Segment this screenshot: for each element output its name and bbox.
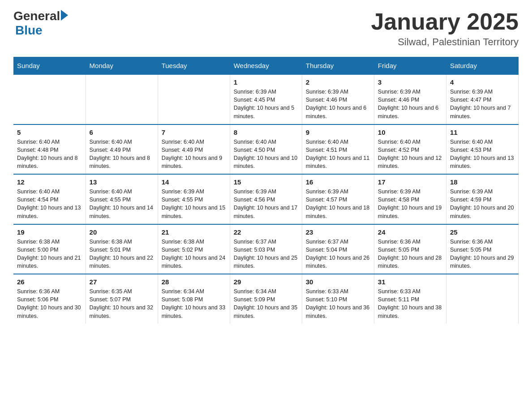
title-area: January 2025 Silwad, Palestinian Territo… — [371, 9, 519, 48]
table-row: 5Sunrise: 6:40 AMSunset: 4:48 PMDaylight… — [13, 124, 86, 175]
day-info: Sunrise: 6:34 AMSunset: 5:08 PMDaylight:… — [162, 287, 226, 320]
day-info: Sunrise: 6:38 AMSunset: 5:00 PMDaylight:… — [17, 238, 82, 270]
calendar-week-row: 5Sunrise: 6:40 AMSunset: 4:48 PMDaylight… — [13, 124, 519, 175]
table-row: 30Sunrise: 6:33 AMSunset: 5:10 PMDayligh… — [302, 274, 374, 324]
day-info: Sunrise: 6:39 AMSunset: 4:46 PMDaylight:… — [378, 88, 442, 120]
header-row: Sunday Monday Tuesday Wednesday Thursday… — [13, 57, 519, 75]
day-number: 20 — [90, 228, 154, 236]
day-info: Sunrise: 6:39 AMSunset: 4:57 PMDaylight:… — [306, 188, 370, 220]
day-number: 21 — [162, 228, 226, 236]
day-number: 3 — [378, 78, 442, 86]
logo-arrow-icon — [61, 10, 68, 21]
table-row: 14Sunrise: 6:39 AMSunset: 4:55 PMDayligh… — [158, 174, 230, 224]
day-number: 8 — [234, 128, 298, 136]
day-info: Sunrise: 6:39 AMSunset: 4:47 PMDaylight:… — [450, 88, 515, 120]
day-number: 24 — [378, 228, 442, 236]
calendar-week-row: 19Sunrise: 6:38 AMSunset: 5:00 PMDayligh… — [13, 224, 519, 274]
table-row: 22Sunrise: 6:37 AMSunset: 5:03 PMDayligh… — [230, 224, 302, 274]
day-number: 19 — [17, 228, 82, 236]
table-row: 28Sunrise: 6:34 AMSunset: 5:08 PMDayligh… — [158, 274, 230, 324]
table-row — [158, 74, 230, 124]
day-info: Sunrise: 6:38 AMSunset: 5:01 PMDaylight:… — [90, 238, 154, 270]
table-row: 2Sunrise: 6:39 AMSunset: 4:46 PMDaylight… — [302, 74, 374, 124]
day-info: Sunrise: 6:36 AMSunset: 5:05 PMDaylight:… — [378, 238, 442, 270]
day-info: Sunrise: 6:36 AMSunset: 5:05 PMDaylight:… — [450, 238, 515, 270]
logo-blue-text: Blue — [15, 23, 68, 38]
col-saturday: Saturday — [446, 57, 518, 75]
logo-general-text: General — [13, 9, 60, 23]
table-row: 12Sunrise: 6:40 AMSunset: 4:54 PMDayligh… — [13, 174, 86, 224]
day-number: 30 — [306, 278, 370, 286]
day-number: 7 — [162, 128, 226, 136]
day-number: 17 — [378, 178, 442, 186]
day-number: 12 — [17, 178, 82, 186]
day-number: 14 — [162, 178, 226, 186]
col-thursday: Thursday — [302, 57, 374, 75]
table-row: 1Sunrise: 6:39 AMSunset: 4:45 PMDaylight… — [230, 74, 302, 124]
day-number: 28 — [162, 278, 226, 286]
table-row: 29Sunrise: 6:34 AMSunset: 5:09 PMDayligh… — [230, 274, 302, 324]
table-row: 21Sunrise: 6:38 AMSunset: 5:02 PMDayligh… — [158, 224, 230, 274]
calendar-week-row: 12Sunrise: 6:40 AMSunset: 4:54 PMDayligh… — [13, 174, 519, 224]
day-info: Sunrise: 6:39 AMSunset: 4:59 PMDaylight:… — [450, 188, 515, 220]
table-row — [446, 274, 518, 324]
day-number: 9 — [306, 128, 370, 136]
table-row — [13, 74, 86, 124]
day-info: Sunrise: 6:40 AMSunset: 4:54 PMDaylight:… — [17, 188, 82, 220]
day-info: Sunrise: 6:38 AMSunset: 5:02 PMDaylight:… — [162, 238, 226, 270]
calendar-week-row: 26Sunrise: 6:36 AMSunset: 5:06 PMDayligh… — [13, 274, 519, 324]
day-number: 10 — [378, 128, 442, 136]
table-row: 7Sunrise: 6:40 AMSunset: 4:49 PMDaylight… — [158, 124, 230, 175]
table-row: 4Sunrise: 6:39 AMSunset: 4:47 PMDaylight… — [446, 74, 518, 124]
table-row: 25Sunrise: 6:36 AMSunset: 5:05 PMDayligh… — [446, 224, 518, 274]
day-number: 15 — [234, 178, 298, 186]
table-row: 26Sunrise: 6:36 AMSunset: 5:06 PMDayligh… — [13, 274, 86, 324]
day-info: Sunrise: 6:39 AMSunset: 4:58 PMDaylight:… — [378, 188, 442, 220]
table-row — [86, 74, 158, 124]
day-info: Sunrise: 6:40 AMSunset: 4:49 PMDaylight:… — [90, 138, 154, 171]
day-info: Sunrise: 6:33 AMSunset: 5:11 PMDaylight:… — [378, 287, 442, 320]
day-info: Sunrise: 6:35 AMSunset: 5:07 PMDaylight:… — [90, 287, 154, 320]
day-info: Sunrise: 6:40 AMSunset: 4:49 PMDaylight:… — [162, 138, 226, 171]
day-number: 4 — [450, 78, 515, 86]
calendar-week-row: 1Sunrise: 6:39 AMSunset: 4:45 PMDaylight… — [13, 74, 519, 124]
day-info: Sunrise: 6:39 AMSunset: 4:45 PMDaylight:… — [234, 88, 298, 120]
day-info: Sunrise: 6:40 AMSunset: 4:48 PMDaylight:… — [17, 138, 82, 171]
calendar-body: 1Sunrise: 6:39 AMSunset: 4:45 PMDaylight… — [13, 74, 519, 324]
day-info: Sunrise: 6:39 AMSunset: 4:55 PMDaylight:… — [162, 188, 226, 220]
day-number: 27 — [90, 278, 154, 286]
table-row: 11Sunrise: 6:40 AMSunset: 4:53 PMDayligh… — [446, 124, 518, 175]
table-row: 16Sunrise: 6:39 AMSunset: 4:57 PMDayligh… — [302, 174, 374, 224]
day-number: 29 — [234, 278, 298, 286]
day-info: Sunrise: 6:40 AMSunset: 4:55 PMDaylight:… — [90, 188, 154, 220]
table-row: 27Sunrise: 6:35 AMSunset: 5:07 PMDayligh… — [86, 274, 158, 324]
day-info: Sunrise: 6:34 AMSunset: 5:09 PMDaylight:… — [234, 287, 298, 320]
day-number: 6 — [90, 128, 154, 136]
col-wednesday: Wednesday — [230, 57, 302, 75]
day-number: 22 — [234, 228, 298, 236]
day-number: 25 — [450, 228, 515, 236]
day-info: Sunrise: 6:40 AMSunset: 4:50 PMDaylight:… — [234, 138, 298, 171]
day-number: 23 — [306, 228, 370, 236]
day-number: 31 — [378, 278, 442, 286]
day-number: 1 — [234, 78, 298, 86]
calendar-title: January 2025 — [371, 9, 519, 34]
col-friday: Friday — [374, 57, 446, 75]
col-sunday: Sunday — [13, 57, 86, 75]
calendar-header: Sunday Monday Tuesday Wednesday Thursday… — [13, 57, 519, 75]
day-info: Sunrise: 6:37 AMSunset: 5:04 PMDaylight:… — [306, 238, 370, 270]
logo: General Blue — [13, 9, 68, 38]
day-number: 13 — [90, 178, 154, 186]
header: General Blue January 2025 Silwad, Palest… — [13, 9, 519, 48]
table-row: 23Sunrise: 6:37 AMSunset: 5:04 PMDayligh… — [302, 224, 374, 274]
day-info: Sunrise: 6:39 AMSunset: 4:46 PMDaylight:… — [306, 88, 370, 120]
table-row: 20Sunrise: 6:38 AMSunset: 5:01 PMDayligh… — [86, 224, 158, 274]
table-row: 6Sunrise: 6:40 AMSunset: 4:49 PMDaylight… — [86, 124, 158, 175]
table-row: 17Sunrise: 6:39 AMSunset: 4:58 PMDayligh… — [374, 174, 446, 224]
table-row: 18Sunrise: 6:39 AMSunset: 4:59 PMDayligh… — [446, 174, 518, 224]
day-number: 11 — [450, 128, 515, 136]
table-row: 19Sunrise: 6:38 AMSunset: 5:00 PMDayligh… — [13, 224, 86, 274]
day-number: 18 — [450, 178, 515, 186]
day-info: Sunrise: 6:40 AMSunset: 4:52 PMDaylight:… — [378, 138, 442, 171]
col-monday: Monday — [86, 57, 158, 75]
